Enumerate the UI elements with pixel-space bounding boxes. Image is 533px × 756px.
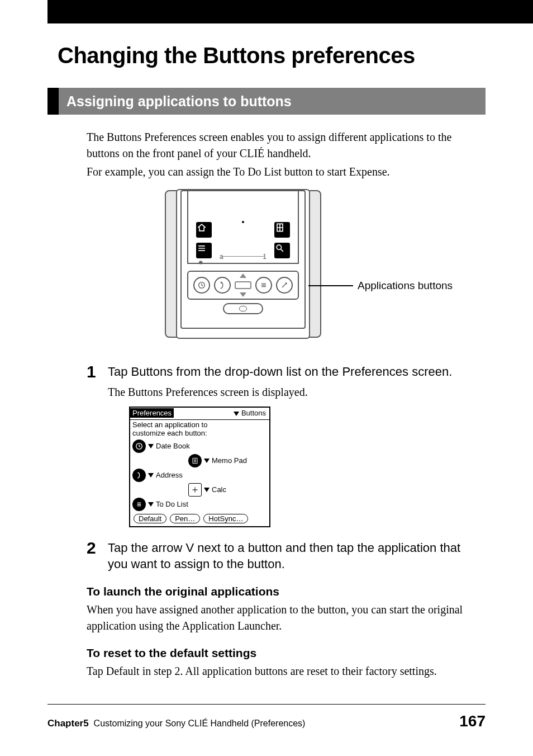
screenshot-hotsync-button: HotSync… bbox=[203, 514, 248, 523]
find-icon bbox=[274, 243, 290, 258]
step-title: Tap Buttons from the drop-down list on t… bbox=[108, 363, 478, 380]
device-screen-area: a 1 ✺ bbox=[187, 190, 299, 264]
callout-line bbox=[308, 285, 353, 286]
subtext-launch-original: When you have assigned another applicati… bbox=[87, 602, 478, 634]
step-2: 2 Tap the arrow V next to a button and t… bbox=[87, 540, 478, 573]
intro-text-block: The Buttons Preferences screen enables y… bbox=[47, 115, 486, 180]
page-footer: Chapter5 Customizing your Sony CLIÉ Hand… bbox=[47, 704, 486, 730]
footer-chapter-title: Customizing your Sony CLIÉ Handheld (Pre… bbox=[94, 719, 306, 728]
jog-dial bbox=[235, 273, 251, 297]
page-title: Changing the Buttons preferences bbox=[47, 23, 486, 88]
screenshot-item-todolist: To Do List bbox=[156, 500, 188, 508]
address-icon bbox=[132, 469, 146, 482]
datebook-hw-button bbox=[193, 277, 210, 294]
screenshot-item-memopad: Memo Pad bbox=[212, 456, 247, 465]
device-figure: a 1 ✺ Applications butto bbox=[47, 190, 486, 341]
contrast-icon: ✺ bbox=[198, 259, 203, 266]
figure-callout-label: Applications buttons bbox=[358, 280, 453, 292]
screenshot-item-address: Address bbox=[156, 471, 183, 479]
device-illustration: a 1 ✺ bbox=[165, 190, 321, 338]
intro-paragraph-1: The Buttons Preferences screen enables y… bbox=[87, 129, 478, 162]
calc-icon bbox=[274, 222, 290, 238]
page-content: Changing the Buttons preferences Assigni… bbox=[47, 23, 486, 717]
section-title: Assigning applications to buttons bbox=[59, 88, 486, 115]
device-hinge bbox=[223, 303, 263, 314]
step-number: 2 bbox=[87, 540, 108, 573]
step-subtext: The Buttons Preferences screen is displa… bbox=[108, 386, 478, 399]
preferences-screenshot: Preferences Buttons Select an applicatio… bbox=[129, 407, 270, 527]
screenshot-title: Preferences bbox=[130, 408, 174, 418]
svg-point-2 bbox=[221, 282, 222, 284]
graffiti-a-label: a bbox=[220, 253, 223, 261]
todolist-icon bbox=[132, 498, 146, 511]
screenshot-default-button: Default bbox=[134, 514, 166, 523]
subtext-reset-default: Tap Default in step 2. All application b… bbox=[87, 663, 478, 679]
calc-icon bbox=[188, 483, 202, 497]
step-number: 1 bbox=[87, 363, 108, 527]
screenshot-item-calc: Calc bbox=[212, 485, 226, 494]
subheading-launch-original: To launch the original applications bbox=[87, 585, 478, 598]
svg-point-0 bbox=[277, 245, 281, 249]
header-black-bar bbox=[47, 0, 533, 23]
graffiti-1-label: 1 bbox=[263, 253, 266, 261]
menu-icon bbox=[196, 243, 212, 258]
screenshot-pen-button: Pen… bbox=[170, 514, 200, 523]
step-title: Tap the arrow V next to a button and the… bbox=[108, 540, 478, 573]
footer-chapter: Chapter5 Customizing your Sony CLIÉ Hand… bbox=[47, 718, 305, 729]
datebook-icon bbox=[132, 440, 146, 453]
section-header: Assigning applications to buttons bbox=[47, 88, 486, 115]
screenshot-item-datebook: Date Book bbox=[156, 442, 190, 450]
subheading-reset-default: To reset to the default settings bbox=[87, 646, 478, 660]
step-1: 1 Tap Buttons from the drop-down list on… bbox=[87, 363, 478, 527]
memopad-icon bbox=[188, 454, 202, 467]
home-icon bbox=[196, 222, 212, 238]
screenshot-dropdown-label: Buttons bbox=[241, 409, 266, 417]
footer-chapter-number: Chapter5 bbox=[47, 718, 89, 729]
screenshot-instruction-1: Select an application to bbox=[132, 420, 267, 429]
screenshot-instruction-2: customize each button: bbox=[132, 429, 267, 437]
screenshot-dropdown: Buttons bbox=[234, 409, 269, 417]
hardware-button-row bbox=[187, 271, 299, 300]
steps-list: 1 Tap Buttons from the drop-down list on… bbox=[47, 347, 486, 679]
address-hw-button bbox=[214, 277, 231, 294]
memo-hw-button bbox=[276, 277, 293, 294]
todo-hw-button bbox=[255, 277, 272, 294]
footer-page-number: 167 bbox=[459, 712, 486, 730]
section-accent-bar bbox=[47, 88, 59, 115]
intro-paragraph-2: For example, you can assign the To Do Li… bbox=[87, 164, 478, 180]
